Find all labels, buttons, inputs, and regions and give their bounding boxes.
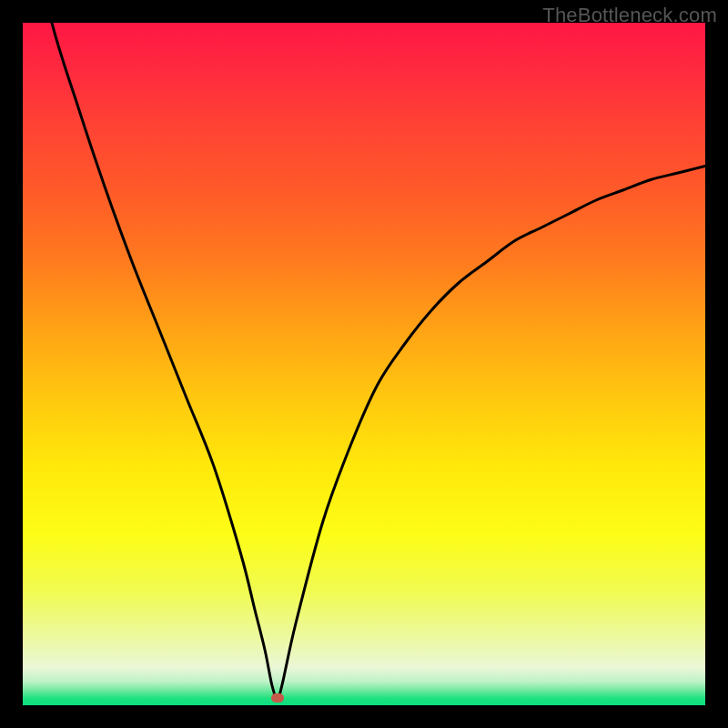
chart-frame: TheBottleneck.com — [0, 0, 728, 728]
bottleneck-curve — [23, 23, 705, 705]
plot-area — [23, 23, 705, 705]
minimum-marker — [271, 693, 284, 703]
watermark-text: TheBottleneck.com — [542, 4, 717, 27]
